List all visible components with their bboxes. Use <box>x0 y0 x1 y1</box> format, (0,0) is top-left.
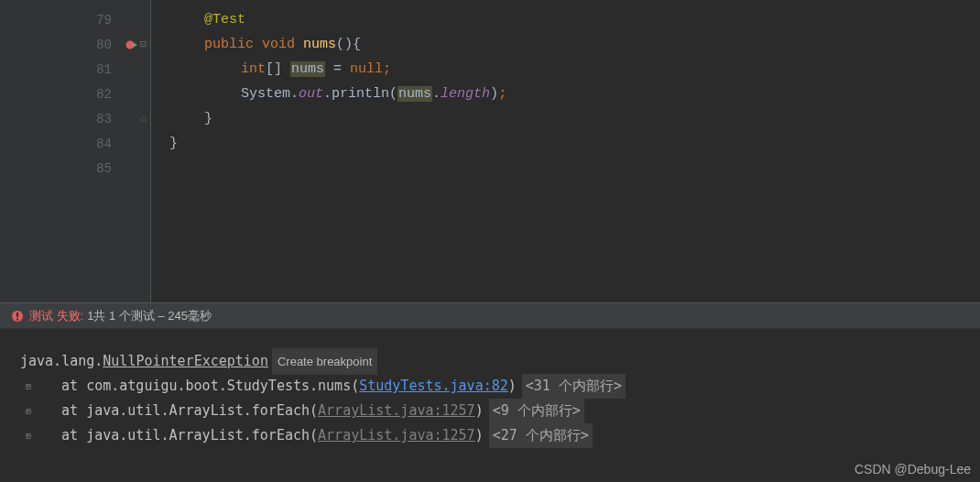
test-fail-icon <box>11 310 24 323</box>
code-line: System.out.println(nums.length); <box>169 82 980 106</box>
test-fail-label: 测试 失败: <box>29 308 83 324</box>
line-number: 82 <box>96 87 112 102</box>
expand-icon[interactable]: ⊞ <box>20 423 37 448</box>
stack-frame: ⊞ at com.atguigu.boot.StudyTests.nums(St… <box>20 374 971 399</box>
keyword: public <box>204 37 254 52</box>
hidden-frames-badge[interactable]: <31 个内部行> <box>522 374 626 399</box>
source-link[interactable]: ArrayList.java:1257 <box>318 399 475 423</box>
editor-area: 79 80 ⊟ 81 82 83 ⌂ 84 <box>0 0 980 302</box>
svg-rect-2 <box>16 312 18 317</box>
hidden-frames-badge[interactable]: <9 个内部行> <box>489 399 584 423</box>
gutter-row[interactable]: 79 <box>0 7 150 32</box>
expand-icon[interactable]: ⊞ <box>20 399 37 423</box>
fold-minus-icon[interactable]: ⊟ <box>140 38 147 51</box>
gutter-row[interactable]: 80 ⊟ <box>0 32 150 57</box>
annotation: @Test <box>204 12 245 27</box>
gutter-row[interactable]: 85 <box>0 156 150 181</box>
static-field: out <box>299 86 323 102</box>
code-line: int[] nums = null; <box>169 57 980 82</box>
create-breakpoint-button[interactable]: Create breakpoint <box>272 348 377 375</box>
gutter-row[interactable]: 84 <box>0 131 150 156</box>
code-line: public void nums(){ <box>169 32 980 57</box>
code-line: @Test <box>169 7 980 32</box>
field-access: length <box>441 86 490 102</box>
fold-end-icon[interactable]: ⌂ <box>140 113 147 126</box>
gutter: 79 80 ⊟ 81 82 83 ⌂ 84 <box>0 0 151 302</box>
variable-highlight: nums <box>290 61 325 77</box>
null-keyword: null <box>350 61 383 77</box>
line-number: 81 <box>96 62 112 77</box>
test-summary: 1共 1 个测试 – 245毫秒 <box>87 308 212 324</box>
source-link[interactable]: ArrayList.java:1257 <box>318 423 475 448</box>
gutter-row[interactable]: 83 ⌂ <box>0 106 150 131</box>
console-panel: 测试 失败: 1共 1 个测试 – 245毫秒 java.lang.NullPo… <box>0 302 980 482</box>
stack-frame: ⊞ at java.util.ArrayList.forEach(ArrayLi… <box>20 399 971 423</box>
breakpoint-run-icon[interactable] <box>125 38 138 51</box>
line-number: 84 <box>96 137 112 151</box>
svg-rect-3 <box>16 318 18 320</box>
gutter-row[interactable]: 81 <box>0 57 150 82</box>
code-line: } <box>169 131 980 156</box>
stack-frame: ⊞ at java.util.ArrayList.forEach(ArrayLi… <box>20 423 971 448</box>
exception-line: java.lang.NullPointerException Create br… <box>20 349 971 374</box>
expand-icon[interactable]: ⊞ <box>20 374 37 399</box>
line-number: 83 <box>96 112 112 126</box>
line-number: 85 <box>96 161 112 176</box>
gutter-row[interactable]: 82 <box>0 82 150 106</box>
type-keyword: int <box>241 61 266 77</box>
paren: (){ <box>336 37 361 52</box>
code-line <box>169 156 980 181</box>
console-header: 测试 失败: 1共 1 个测试 – 245毫秒 <box>0 303 980 329</box>
line-number: 79 <box>96 13 112 27</box>
line-number: 80 <box>96 38 112 52</box>
hidden-frames-badge[interactable]: <27 个内部行> <box>489 423 593 448</box>
code-area[interactable]: @Test public void nums(){ int[] nums = n… <box>151 0 980 302</box>
variable-highlight: nums <box>397 86 432 102</box>
keyword: void <box>262 37 295 52</box>
console-output[interactable]: java.lang.NullPointerException Create br… <box>0 329 980 457</box>
source-link[interactable]: StudyTests.java:82 <box>359 374 508 399</box>
method-name: nums <box>303 37 336 52</box>
code-line: } <box>169 106 980 131</box>
exception-link[interactable]: NullPointerException <box>103 349 268 374</box>
watermark: CSDN @Debug-Lee <box>855 462 971 477</box>
